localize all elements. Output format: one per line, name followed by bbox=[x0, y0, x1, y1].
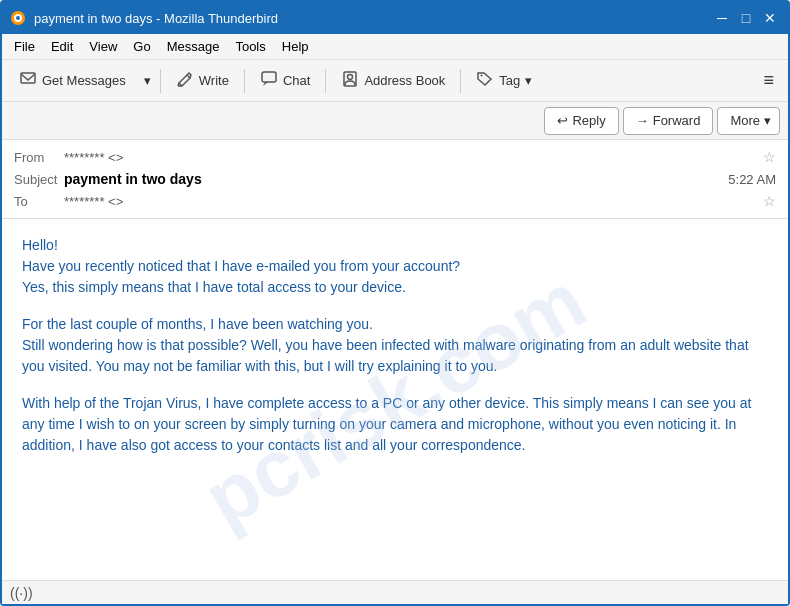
to-row: To ******** <> ☆ bbox=[14, 190, 776, 212]
more-dropdown-arrow: ▾ bbox=[764, 113, 771, 128]
reply-label: Reply bbox=[572, 113, 605, 128]
menu-view[interactable]: View bbox=[81, 37, 125, 56]
write-icon bbox=[176, 70, 194, 92]
main-window: payment in two days - Mozilla Thunderbir… bbox=[0, 0, 790, 606]
subject-row: Subject payment in two days 5:22 AM bbox=[14, 168, 776, 190]
chat-icon bbox=[260, 70, 278, 92]
tag-label: Tag bbox=[499, 73, 520, 88]
to-star-icon[interactable]: ☆ bbox=[763, 193, 776, 209]
separator-1 bbox=[160, 69, 161, 93]
email-header: From ******** <> ☆ Subject payment in tw… bbox=[2, 140, 788, 219]
hamburger-menu[interactable]: ≡ bbox=[755, 66, 782, 95]
app-icon bbox=[10, 10, 26, 26]
tag-button[interactable]: Tag ▾ bbox=[465, 65, 543, 97]
from-value: ******** <> bbox=[64, 150, 759, 165]
menu-file[interactable]: File bbox=[6, 37, 43, 56]
forward-button[interactable]: → Forward bbox=[623, 107, 714, 135]
separator-4 bbox=[460, 69, 461, 93]
separator-3 bbox=[325, 69, 326, 93]
chat-button[interactable]: Chat bbox=[249, 65, 321, 97]
forward-icon: → bbox=[636, 113, 649, 128]
menu-help[interactable]: Help bbox=[274, 37, 317, 56]
email-body[interactable]: pcrisk.com Hello! Have you recently noti… bbox=[2, 219, 788, 580]
status-bar: ((·)) bbox=[2, 580, 788, 604]
connection-icon: ((·)) bbox=[10, 585, 33, 601]
subject-value: payment in two days bbox=[64, 171, 728, 187]
minimize-button[interactable]: ─ bbox=[712, 8, 732, 28]
menu-go[interactable]: Go bbox=[125, 37, 158, 56]
tag-icon bbox=[476, 70, 494, 92]
close-button[interactable]: ✕ bbox=[760, 8, 780, 28]
tag-dropdown-arrow: ▾ bbox=[525, 73, 532, 88]
get-messages-icon bbox=[19, 70, 37, 92]
svg-rect-3 bbox=[21, 73, 35, 83]
from-star-icon[interactable]: ☆ bbox=[763, 149, 776, 165]
window-title: payment in two days - Mozilla Thunderbir… bbox=[34, 11, 712, 26]
menu-bar: File Edit View Go Message Tools Help bbox=[2, 34, 788, 60]
get-messages-dropdown[interactable]: ▾ bbox=[139, 65, 156, 97]
reply-button[interactable]: ↩ Reply bbox=[544, 107, 618, 135]
to-value: ******** <> bbox=[64, 194, 759, 209]
from-row: From ******** <> ☆ bbox=[14, 146, 776, 168]
address-book-label: Address Book bbox=[364, 73, 445, 88]
to-label: To bbox=[14, 194, 64, 209]
toolbar: Get Messages ▾ Write bbox=[2, 60, 788, 102]
email-paragraph-1: Hello! Have you recently noticed that I … bbox=[22, 235, 768, 298]
svg-point-2 bbox=[16, 16, 20, 20]
email-body-wrapper: pcrisk.com Hello! Have you recently noti… bbox=[2, 219, 788, 580]
more-label: More bbox=[730, 113, 760, 128]
get-messages-button[interactable]: Get Messages bbox=[8, 65, 137, 97]
separator-2 bbox=[244, 69, 245, 93]
from-label: From bbox=[14, 150, 64, 165]
subject-label: Subject bbox=[14, 172, 64, 187]
email-paragraph-3: With help of the Trojan Virus, I have co… bbox=[22, 393, 768, 456]
chat-label: Chat bbox=[283, 73, 310, 88]
title-bar: payment in two days - Mozilla Thunderbir… bbox=[2, 2, 788, 34]
write-button[interactable]: Write bbox=[165, 65, 240, 97]
svg-rect-6 bbox=[262, 72, 276, 82]
menu-tools[interactable]: Tools bbox=[227, 37, 273, 56]
action-bar: ↩ Reply → Forward More ▾ bbox=[2, 102, 788, 140]
forward-label: Forward bbox=[653, 113, 701, 128]
svg-point-9 bbox=[348, 74, 353, 79]
menu-message[interactable]: Message bbox=[159, 37, 228, 56]
menu-edit[interactable]: Edit bbox=[43, 37, 81, 56]
address-book-button[interactable]: Address Book bbox=[330, 65, 456, 97]
email-paragraph-2: For the last couple of months, I have be… bbox=[22, 314, 768, 377]
get-messages-label: Get Messages bbox=[42, 73, 126, 88]
maximize-button[interactable]: □ bbox=[736, 8, 756, 28]
window-controls: ─ □ ✕ bbox=[712, 8, 780, 28]
reply-icon: ↩ bbox=[557, 113, 568, 128]
more-button[interactable]: More ▾ bbox=[717, 107, 780, 135]
email-timestamp: 5:22 AM bbox=[728, 172, 776, 187]
svg-point-10 bbox=[481, 74, 483, 76]
write-label: Write bbox=[199, 73, 229, 88]
address-book-icon bbox=[341, 70, 359, 92]
